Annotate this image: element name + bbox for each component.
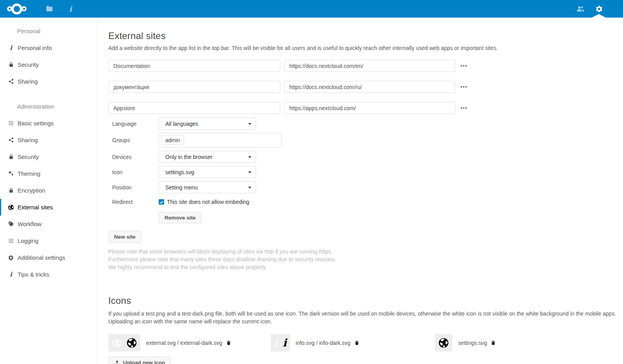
language-label: Language bbox=[112, 121, 155, 127]
contacts-icon[interactable] bbox=[576, 5, 585, 13]
sidebar-item-personal-info[interactable]: i Personal info bbox=[0, 39, 97, 56]
groups-label: Groups bbox=[112, 137, 155, 143]
group-chip[interactable]: admin bbox=[161, 136, 184, 145]
language-row: Language All languages bbox=[108, 118, 623, 130]
chevron-down-icon bbox=[248, 187, 251, 189]
devices-selected-value: Only in the browser bbox=[165, 154, 213, 160]
site-name-input[interactable] bbox=[108, 81, 280, 93]
icons-description-line1: If you upload a test.png and a test-dark… bbox=[108, 310, 616, 317]
sidebar-item-label: Theming bbox=[18, 170, 40, 177]
devices-label: Devices bbox=[112, 154, 155, 160]
logo-circle bbox=[21, 6, 27, 11]
upload-new-icon-button[interactable]: Upload new icon bbox=[108, 357, 171, 364]
position-select[interactable]: Setting menu bbox=[159, 181, 256, 193]
sidebar-item-label: Personal info bbox=[18, 45, 52, 51]
redirect-label: Redirect bbox=[112, 199, 155, 205]
groups-input[interactable]: admin bbox=[159, 133, 282, 148]
sidebar-item-tips-tricks[interactable]: i Tips & tricks bbox=[0, 266, 97, 283]
groups-row: Groups admin bbox=[108, 133, 623, 148]
language-selected-value: All languages bbox=[165, 121, 198, 127]
info-icon: i bbox=[8, 271, 14, 278]
sidebar-item-label: Sharing bbox=[18, 78, 38, 85]
sidebar-item-workflow[interactable]: Workflow bbox=[0, 216, 97, 232]
sidebar-item-label: Encryption bbox=[18, 187, 45, 194]
site-options-menu-icon[interactable] bbox=[460, 107, 467, 109]
page-title: External sites bbox=[108, 30, 623, 41]
site-url-input[interactable] bbox=[284, 81, 455, 93]
site-options-menu-icon[interactable] bbox=[460, 86, 467, 88]
sidebar-item-security-admin[interactable]: Security bbox=[0, 148, 97, 165]
icon-select[interactable]: settings.svg bbox=[159, 166, 256, 178]
lock-icon bbox=[8, 187, 14, 193]
sidebar-item-label: Security bbox=[18, 61, 39, 68]
new-site-button[interactable]: New site bbox=[108, 231, 141, 243]
external-sites-app-icon[interactable]: i bbox=[66, 5, 75, 13]
info-light-icon: i bbox=[274, 337, 278, 348]
note-line: Furthermore please note that many sites … bbox=[108, 255, 623, 263]
sidebar-item-basic-settings[interactable]: Basic settings bbox=[0, 115, 97, 132]
icons-section: Icons If you upload a test.png and a tes… bbox=[108, 295, 623, 364]
site-name-input[interactable] bbox=[108, 60, 280, 72]
site-row bbox=[108, 60, 623, 72]
active-menu-caret bbox=[592, 14, 606, 18]
globe-light-icon bbox=[111, 338, 122, 348]
devices-select[interactable]: Only in the browser bbox=[159, 151, 256, 163]
globe-icon bbox=[8, 204, 14, 211]
sidebar-item-encryption[interactable]: Encryption bbox=[0, 182, 97, 199]
sidebar-item-theming[interactable]: Theming bbox=[0, 165, 97, 182]
lock-icon bbox=[8, 154, 14, 160]
position-row: Position Setting menu bbox=[108, 181, 623, 193]
sidebar-item-additional-settings[interactable]: Additional settings bbox=[0, 249, 97, 266]
chevron-down-icon bbox=[248, 156, 251, 158]
sidebar-item-sharing-personal[interactable]: Sharing bbox=[0, 73, 97, 90]
settings-gear-icon[interactable] bbox=[595, 5, 603, 13]
external-sites-settings: External sites Add a website directly to… bbox=[97, 18, 623, 364]
site-row bbox=[108, 102, 623, 114]
delete-icon[interactable] bbox=[354, 340, 360, 346]
icon-entry-settings: settings.svg bbox=[435, 334, 496, 352]
icon-row: Icon settings.svg bbox=[108, 166, 623, 178]
sidebar-item-label: Additional settings bbox=[18, 254, 65, 261]
site-name-input[interactable] bbox=[108, 102, 280, 114]
icons-title: Icons bbox=[108, 295, 623, 306]
sidebar-item-label: Sharing bbox=[18, 137, 38, 143]
share-icon bbox=[8, 137, 14, 143]
icon-entry-label: external.svg / external-dark.svg bbox=[146, 340, 222, 346]
site-url-input[interactable] bbox=[284, 60, 455, 72]
icon-preview-box bbox=[108, 334, 140, 352]
remove-site-button[interactable]: Remove site bbox=[159, 212, 202, 223]
delete-icon[interactable] bbox=[491, 340, 496, 346]
devices-row: Devices Only in the browser bbox=[108, 151, 623, 163]
topbar: i bbox=[0, 0, 623, 18]
sidebar-item-label: Logging bbox=[18, 237, 38, 244]
note-line: We highly recommend to test the configur… bbox=[108, 263, 623, 271]
tag-icon bbox=[8, 221, 14, 227]
redirect-checkbox[interactable] bbox=[159, 199, 164, 205]
icons-description: If you upload a test.png and a test-dark… bbox=[108, 310, 620, 325]
share-icon bbox=[8, 79, 14, 84]
redirect-checkbox-label: This site does not allow embeding bbox=[167, 199, 249, 205]
logo-circle bbox=[11, 4, 22, 14]
redirect-row: Redirect This site does not allow embedi… bbox=[108, 199, 623, 205]
chevron-down-icon bbox=[248, 171, 251, 173]
language-select[interactable]: All languages bbox=[159, 118, 256, 130]
note-line: Please note that some browsers will bloc… bbox=[108, 248, 623, 255]
sidebar-item-security-personal[interactable]: Security bbox=[0, 56, 97, 73]
sidebar-caption-administration: Administration bbox=[0, 98, 97, 115]
settings-sidebar: Personal i Personal info Security Sharin… bbox=[0, 18, 97, 364]
page-description: Add a website directly to the app list i… bbox=[108, 45, 616, 51]
icons-description-line2: Uploading an icon with the same name wil… bbox=[108, 318, 272, 325]
site-options-menu-icon[interactable] bbox=[460, 65, 467, 67]
icon-entry-label: settings.svg bbox=[458, 340, 487, 346]
files-app-icon[interactable] bbox=[45, 5, 54, 13]
globe-dark-icon bbox=[438, 337, 449, 348]
nextcloud-admin-settings-page: i Personal i Personal info Security Shar… bbox=[0, 0, 623, 364]
sidebar-item-logging[interactable]: Logging bbox=[0, 232, 97, 249]
sidebar-item-external-sites[interactable]: External sites bbox=[0, 199, 97, 216]
nextcloud-logo[interactable] bbox=[7, 4, 27, 14]
site-url-input[interactable] bbox=[284, 102, 455, 114]
delete-icon[interactable] bbox=[226, 340, 231, 346]
info-dark-icon: i bbox=[283, 337, 286, 348]
sidebar-item-sharing-admin[interactable]: Sharing bbox=[0, 132, 97, 148]
info-icon: i bbox=[8, 45, 14, 51]
